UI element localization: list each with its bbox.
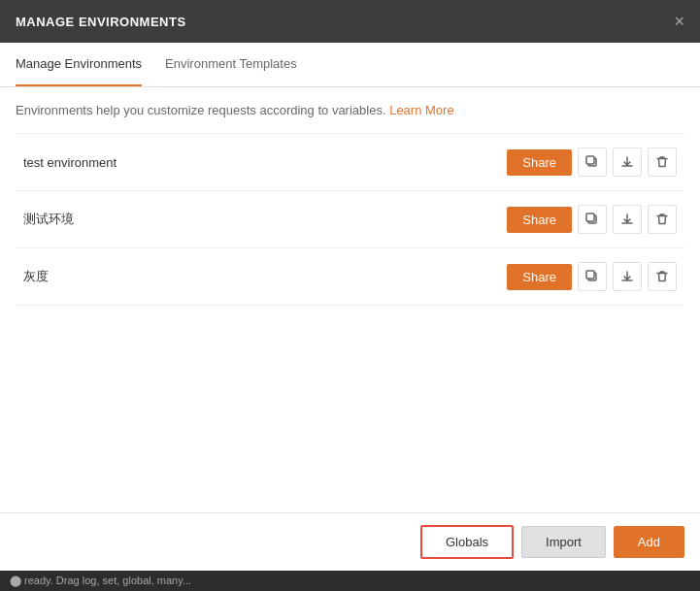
environment-list: test environment Share	[16, 133, 684, 306]
download-button-2[interactable]	[613, 262, 642, 291]
status-bar: ⬤ ready. Drag log, set, global, many...	[0, 571, 700, 591]
env-actions: Share	[507, 262, 677, 291]
env-row: 测试环境 Share	[16, 191, 684, 248]
tab-bar: Manage Environments Environment Template…	[0, 43, 700, 87]
duplicate-button-2[interactable]	[578, 262, 607, 291]
delete-button-2[interactable]	[648, 262, 677, 291]
delete-button-1[interactable]	[648, 205, 677, 234]
learn-more-link[interactable]: Learn More	[389, 103, 453, 117]
modal-footer: Globals Import Add	[0, 512, 700, 571]
env-name: test environment	[23, 155, 117, 170]
modal-title: MANAGE ENVIRONMENTS	[16, 15, 186, 29]
env-name: 测试环境	[23, 211, 74, 228]
svg-rect-3	[586, 213, 594, 221]
tab-manage-environments[interactable]: Manage Environments	[16, 43, 142, 86]
duplicate-button-0[interactable]	[578, 148, 607, 177]
env-row: 灰度 Share	[16, 248, 684, 306]
manage-environments-modal: MANAGE ENVIRONMENTS × Manage Environment…	[0, 0, 700, 591]
delete-button-0[interactable]	[648, 148, 677, 177]
share-button-1[interactable]: Share	[507, 207, 572, 233]
globals-button[interactable]: Globals	[420, 525, 514, 559]
download-button-1[interactable]	[613, 205, 642, 234]
share-button-2[interactable]: Share	[507, 264, 572, 290]
description-row: Environments help you customize requests…	[16, 103, 684, 117]
env-row: test environment Share	[16, 133, 684, 191]
env-actions: Share	[507, 148, 677, 177]
env-actions: Share	[507, 205, 677, 234]
modal-header: MANAGE ENVIRONMENTS ×	[0, 0, 700, 43]
tab-environment-templates[interactable]: Environment Templates	[165, 43, 297, 86]
svg-rect-1	[586, 156, 594, 164]
status-text: ⬤ ready. Drag log, set, global, many...	[10, 575, 191, 586]
duplicate-button-1[interactable]	[578, 205, 607, 234]
import-button[interactable]: Import	[521, 526, 606, 558]
modal-body: Environments help you customize requests…	[0, 87, 700, 512]
add-button[interactable]: Add	[614, 526, 684, 558]
description-text: Environments help you customize requests…	[16, 103, 386, 117]
svg-rect-5	[586, 271, 594, 279]
share-button-0[interactable]: Share	[507, 149, 572, 176]
env-name: 灰度	[23, 268, 49, 285]
close-button[interactable]: ×	[674, 13, 684, 30]
download-button-0[interactable]	[613, 148, 642, 177]
